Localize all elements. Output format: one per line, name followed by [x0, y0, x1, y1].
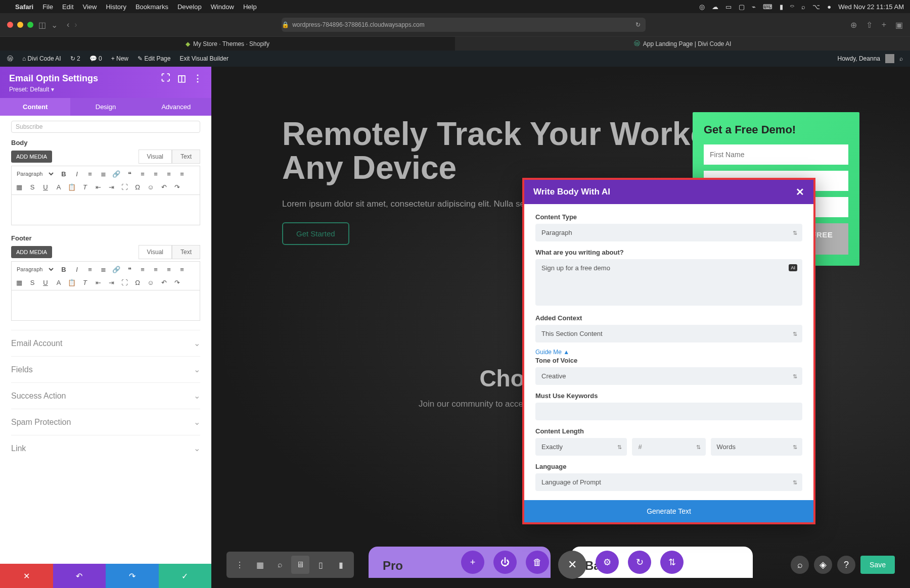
cancel-button[interactable]: ✕	[0, 564, 53, 588]
context-select[interactable]: This Section Content	[535, 325, 802, 342]
editor-tab-visual[interactable]: Visual	[139, 245, 172, 259]
redo-icon[interactable]: ↷	[172, 182, 181, 191]
power-icon[interactable]: ⏻	[493, 551, 517, 574]
link-icon[interactable]: 🔗	[112, 169, 121, 178]
menu-edit[interactable]: Edit	[62, 3, 73, 11]
menu-bookmarks[interactable]: Bookmarks	[135, 3, 168, 11]
status-icon[interactable]: ◎	[699, 3, 705, 11]
length-unit-select[interactable]: Words	[711, 438, 802, 456]
align-left-icon[interactable]: ≡	[138, 265, 147, 274]
tablet-icon[interactable]: ▯	[311, 556, 330, 574]
undo-icon[interactable]: ↶	[159, 182, 168, 191]
editor-tab-text[interactable]: Text	[172, 245, 200, 259]
comments-icon[interactable]: 💬 0	[89, 55, 102, 62]
body-editor[interactable]	[11, 195, 200, 225]
italic-icon[interactable]: I	[72, 265, 81, 274]
desktop-icon[interactable]: 🖥	[291, 556, 309, 574]
generate-button[interactable]: Generate Text	[524, 500, 813, 522]
close-window[interactable]	[7, 22, 13, 28]
length-number-input[interactable]	[632, 438, 705, 456]
paste-icon[interactable]: 📋	[67, 182, 76, 191]
fullscreen-icon[interactable]: ⛶	[120, 278, 129, 287]
undo-icon[interactable]: ↶	[159, 278, 168, 287]
quote-icon[interactable]: ❝	[125, 169, 134, 178]
first-name-input[interactable]	[704, 144, 848, 165]
control-center-icon[interactable]: ⌥	[812, 3, 820, 11]
close-icon[interactable]: ✕	[796, 186, 804, 198]
keywords-input[interactable]	[535, 403, 802, 420]
columns-icon[interactable]: ◫	[177, 73, 186, 84]
tab-advanced[interactable]: Advanced	[141, 98, 211, 116]
emoji-icon[interactable]: ☺	[146, 278, 155, 287]
table-icon[interactable]: ▦	[15, 278, 24, 287]
menu-history[interactable]: History	[106, 3, 126, 11]
menu-window[interactable]: Window	[211, 3, 234, 11]
underline-icon[interactable]: U	[41, 182, 50, 191]
length-mode-select[interactable]: Exactly	[535, 438, 627, 456]
ai-badge[interactable]: AI	[789, 264, 797, 271]
bold-icon[interactable]: B	[59, 169, 68, 178]
underline-icon[interactable]: U	[41, 278, 50, 287]
bold-icon[interactable]: B	[59, 265, 68, 274]
strike-icon[interactable]: S	[28, 278, 37, 287]
outdent-icon[interactable]: ⇤	[94, 182, 103, 191]
about-textarea[interactable]	[535, 259, 802, 306]
clock[interactable]: Wed Nov 22 11:15 AM	[838, 3, 904, 11]
content-type-select[interactable]: Paragraph	[535, 224, 802, 241]
trash-icon[interactable]: 🗑	[526, 551, 549, 574]
align-center-icon[interactable]: ≡	[151, 169, 160, 178]
clear-icon[interactable]: T	[80, 182, 89, 191]
table-icon[interactable]: ▦	[15, 182, 24, 191]
browser-tab[interactable]: ◆ My Store · Themes · Shopify	[0, 36, 455, 51]
download-icon[interactable]: ⊕	[850, 20, 857, 30]
accordion-link[interactable]: Link⌄	[11, 435, 200, 461]
window-controls[interactable]	[7, 22, 33, 28]
back-button[interactable]: ‹	[67, 20, 69, 29]
footer-editor[interactable]	[11, 290, 200, 321]
wireframe-icon[interactable]: ▦	[251, 556, 269, 574]
wifi-icon[interactable]: ⌔	[790, 3, 794, 11]
tone-select[interactable]: Creative	[535, 367, 802, 385]
folder-icon[interactable]: ▭	[725, 3, 732, 11]
help-icon[interactable]: ?	[837, 556, 855, 574]
wp-logo-icon[interactable]: Ⓦ	[7, 55, 13, 63]
omega-icon[interactable]: Ω	[133, 278, 142, 287]
zoom-icon[interactable]: ⌕	[271, 556, 289, 574]
accordion-email-account[interactable]: Email Account⌄	[11, 330, 200, 356]
format-select[interactable]: Paragraph	[15, 170, 55, 177]
editor-tab-visual[interactable]: Visual	[139, 150, 172, 164]
add-media-button[interactable]: ADD MEDIA	[11, 151, 52, 163]
sidebar-icon[interactable]: ◫	[38, 20, 46, 30]
more-icon[interactable]: ⋮	[193, 73, 202, 84]
menu-view[interactable]: View	[83, 3, 97, 11]
bluetooth-icon[interactable]: ⌁	[752, 3, 756, 11]
save-button[interactable]: Save	[860, 556, 895, 574]
howdy-text[interactable]: Howdy, Deanna	[838, 55, 881, 62]
tab-content[interactable]: Content	[0, 98, 70, 116]
undo-button[interactable]: ↶	[53, 564, 106, 588]
editor-tab-text[interactable]: Text	[172, 150, 200, 164]
quote-icon[interactable]: ❝	[125, 265, 134, 274]
strike-icon[interactable]: S	[28, 182, 37, 191]
search-icon[interactable]: ⌕	[899, 55, 903, 62]
align-justify-icon[interactable]: ≡	[177, 169, 187, 178]
siri-icon[interactable]: ●	[827, 3, 831, 11]
accordion-spam-protection[interactable]: Spam Protection⌄	[11, 409, 200, 435]
battery-icon[interactable]: ▮	[780, 3, 783, 11]
align-right-icon[interactable]: ≡	[164, 169, 173, 178]
accordion-success-action[interactable]: Success Action⌄	[11, 382, 200, 409]
align-center-icon[interactable]: ≡	[151, 265, 160, 274]
search-icon[interactable]: ⌕	[791, 556, 809, 574]
hero-cta-button[interactable]: Get Started	[282, 222, 349, 245]
align-left-icon[interactable]: ≡	[138, 169, 147, 178]
guide-me-toggle[interactable]: Guide Me ▲	[535, 349, 802, 356]
new-tab-icon[interactable]: +	[882, 20, 886, 30]
tabs-icon[interactable]: ▣	[895, 20, 903, 30]
align-justify-icon[interactable]: ≡	[177, 265, 187, 274]
link-icon[interactable]: 🔗	[112, 265, 121, 274]
app-name[interactable]: Safari	[15, 3, 33, 11]
emoji-icon[interactable]: ☺	[146, 182, 155, 191]
italic-icon[interactable]: I	[72, 169, 81, 178]
tab-design[interactable]: Design	[70, 98, 141, 116]
browser-tab[interactable]: Ⓦ App Landing Page | Divi Code AI	[455, 36, 910, 51]
